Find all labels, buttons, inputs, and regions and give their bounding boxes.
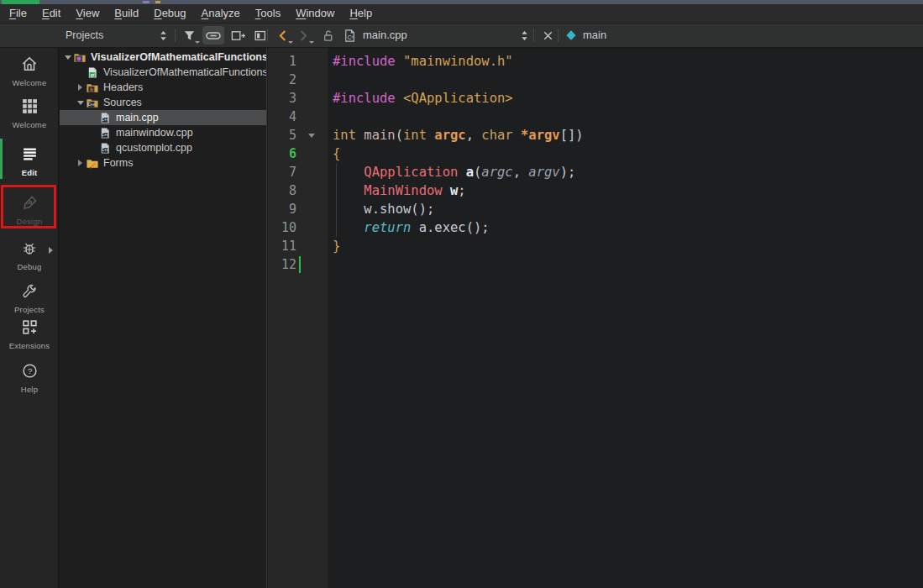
file-updown-icon[interactable]	[517, 26, 531, 45]
code-line[interactable]: int main(int argc, char *argv[])	[328, 126, 923, 144]
gutter-row: 3	[268, 89, 328, 108]
file-cpp-icon: C++	[98, 127, 112, 139]
code-line[interactable]: w.show();	[328, 200, 923, 218]
code-line[interactable]: {	[328, 144, 923, 163]
code-line[interactable]: MainWindow w;	[328, 181, 923, 200]
folder-h-icon: h	[86, 81, 99, 94]
code-editor[interactable]: #include "mainwindow.h"#include <QApplic…	[328, 48, 923, 588]
menu-item-file[interactable]: File	[2, 4, 34, 23]
code-line[interactable]	[328, 255, 923, 274]
code-token: <QApplication>	[403, 91, 513, 106]
menu-item-window[interactable]: Window	[288, 4, 342, 23]
code-token: }	[333, 239, 340, 254]
fold-marker-icon[interactable]	[308, 134, 315, 138]
toolbar-divider	[558, 29, 559, 42]
line-number: 1	[268, 52, 296, 71]
mode-design[interactable]: Design	[0, 194, 59, 226]
menu-item-view[interactable]: View	[68, 4, 107, 23]
file-cpp-icon: C++	[98, 112, 112, 124]
tree-row-main-cpp[interactable]: C++main.cpp	[60, 110, 266, 125]
line-number: 4	[268, 108, 296, 126]
mode-help[interactable]: ?Help	[0, 362, 59, 394]
menu-item-help[interactable]: Help	[342, 4, 380, 23]
menu-item-analyze[interactable]: Analyze	[194, 4, 248, 23]
toolbar-strip: Projects C main.cpp main	[0, 24, 923, 48]
indent-guide	[336, 163, 337, 237]
mode-welcome[interactable]: Welcome	[0, 55, 59, 87]
projects-tree-panel: VisualizerOfMathematicalFunctionsqtVisua…	[60, 48, 267, 588]
mode-extensions[interactable]: Extensions	[0, 318, 59, 350]
line-number: 10	[268, 218, 296, 237]
code-token	[396, 54, 403, 69]
menu-item-tools[interactable]: Tools	[248, 4, 288, 23]
gutter-row: 9	[268, 200, 328, 218]
navigation-pane-selector[interactable]: Projects	[66, 24, 103, 47]
collapse-arrow-icon[interactable]	[62, 55, 73, 60]
close-icon[interactable]	[538, 26, 558, 45]
tree-row-mainwindow-cpp[interactable]: C++mainwindow.cpp	[60, 125, 266, 140]
code-token: (	[474, 165, 481, 180]
menu-item-edit[interactable]: Edit	[34, 4, 68, 23]
qt-creator-window: FileEditViewBuildDebugAnalyzeToolsWindow…	[0, 0, 923, 588]
tree-row-sources[interactable]: C++Sources	[60, 95, 266, 110]
filter-icon[interactable]	[179, 26, 199, 45]
line-number: 8	[268, 181, 296, 200]
code-token: char	[481, 128, 512, 143]
back-icon[interactable]	[272, 26, 292, 45]
mode-debug[interactable]: Debug	[0, 240, 59, 271]
gutter-row: 11	[268, 237, 328, 255]
mode-welcome-2[interactable]: Welcome	[0, 97, 59, 129]
split-add-icon[interactable]	[228, 26, 248, 45]
svg-text:?: ?	[27, 366, 32, 375]
line-number: 3	[268, 89, 296, 108]
code-token: return	[364, 220, 411, 235]
code-token	[443, 183, 450, 198]
editor-gutter: 123456789101112	[268, 48, 328, 588]
mode-edit[interactable]: Edit	[0, 145, 59, 177]
code-token	[333, 183, 364, 198]
code-line[interactable]: #include <QApplication>	[328, 89, 923, 108]
code-line[interactable]	[328, 71, 923, 89]
tree-row-label: Forms	[103, 157, 133, 169]
tree-row-qcustomplot-cpp[interactable]: C++qcustomplot.cpp	[60, 140, 266, 155]
tree-row-headers[interactable]: hHeaders	[60, 80, 266, 95]
code-line[interactable]	[328, 108, 923, 126]
forward-icon[interactable]	[293, 26, 313, 45]
tree-row-forms[interactable]: Forms	[60, 155, 266, 171]
menu-item-build[interactable]: Build	[107, 4, 146, 23]
code-token: (	[396, 128, 403, 143]
folder-forms-icon	[86, 157, 99, 170]
open-file-name[interactable]: main.cpp	[363, 24, 407, 47]
menu-item-debug[interactable]: Debug	[146, 4, 193, 23]
code-line[interactable]: return a.exec();	[328, 218, 923, 237]
code-line[interactable]: }	[328, 237, 923, 255]
tree-row-label: qcustomplot.cpp	[116, 142, 192, 154]
dropdown-caret-icon	[195, 41, 200, 44]
code-token: int	[403, 128, 427, 143]
code-line[interactable]: QApplication a(argc, argv);	[328, 163, 923, 181]
mode-projects[interactable]: Projects	[0, 283, 59, 314]
collapse-arrow-icon[interactable]	[75, 101, 86, 105]
tree-row-visualizerofmathematicalfunctions[interactable]: VisualizerOfMathematicalFunctions	[60, 50, 266, 65]
line-number: 2	[268, 71, 296, 89]
code-token: QApplication	[364, 165, 458, 180]
code-line[interactable]: #include "mainwindow.h"	[328, 52, 923, 71]
toolbar-divider	[533, 29, 534, 42]
home-icon	[20, 55, 39, 76]
selector-updown-icon[interactable]	[156, 26, 170, 45]
extensions-icon	[21, 318, 39, 339]
code-token: w	[450, 183, 458, 198]
expand-arrow-icon[interactable]	[75, 84, 86, 91]
code-token: main	[364, 128, 395, 143]
tree-row-visualizerofmathematicalfunctions-p[interactable]: qtVisualizerOfMathematicalFunctions.p	[60, 65, 266, 80]
code-token	[396, 91, 403, 106]
tree-row-label: main.cpp	[116, 112, 159, 123]
current-symbol-name[interactable]: main	[583, 24, 606, 47]
expand-arrow-icon[interactable]	[75, 160, 86, 166]
link-icon[interactable]	[202, 26, 224, 45]
submenu-arrow-icon[interactable]	[49, 247, 53, 254]
edit-lines-icon	[21, 145, 39, 166]
mode-label: Projects	[0, 305, 59, 314]
profile-icon: qt	[86, 66, 99, 79]
code-token	[333, 202, 364, 217]
